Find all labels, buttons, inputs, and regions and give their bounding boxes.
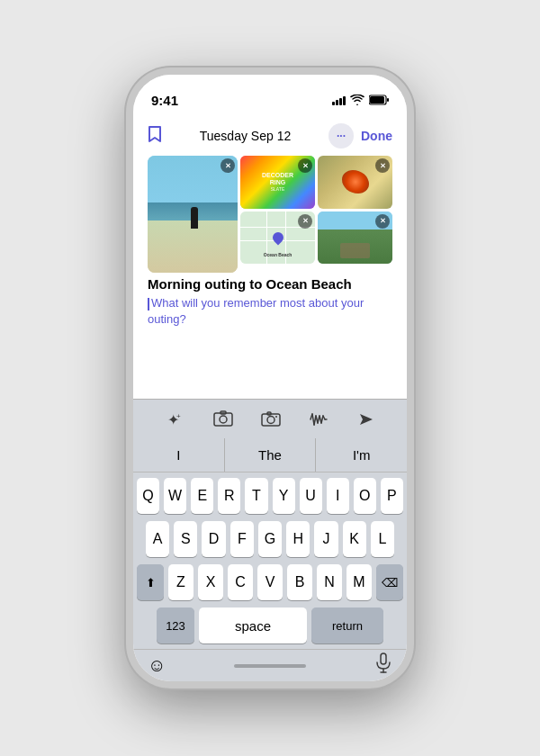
key-s[interactable]: S — [174, 521, 197, 557]
status-bar: 9:41 — [133, 75, 407, 114]
note-title: Morning outing to Ocean Beach — [133, 273, 407, 293]
map-label: Ocean Beach — [264, 252, 292, 257]
note-header: Tuesday Sep 12 ··· Done — [133, 114, 407, 156]
keyboard-row-3: ⬆ Z X C V B N M ⌫ — [137, 564, 403, 600]
keyboard-row-2: A S D F G H J K L — [137, 521, 403, 557]
magic-toolbar-button[interactable]: ✦ + — [166, 410, 185, 429]
note-body-space[interactable] — [133, 335, 407, 399]
space-button[interactable]: space — [199, 608, 307, 644]
bottom-bar: ☺ — [133, 649, 407, 681]
svg-rect-2 — [387, 98, 389, 102]
photos-grid: ✕ DECODERRING SLATE ✕ — [133, 156, 407, 273]
suggestions-row: I The I'm — [133, 438, 407, 472]
home-indicator — [234, 664, 306, 668]
svg-rect-1 — [370, 96, 384, 104]
header-date: Tuesday Sep 12 — [200, 129, 291, 143]
key-e[interactable]: E — [191, 478, 213, 514]
num-button[interactable]: 123 — [157, 608, 194, 644]
key-t[interactable]: T — [245, 478, 267, 514]
status-icons — [332, 94, 389, 105]
key-j[interactable]: J — [314, 521, 338, 557]
audio-toolbar-button[interactable] — [309, 410, 328, 428]
svg-point-6 — [220, 416, 227, 423]
key-f[interactable]: F — [230, 521, 254, 557]
suggestion-im[interactable]: I'm — [316, 438, 407, 472]
svg-rect-5 — [214, 413, 232, 426]
status-time: 9:41 — [151, 93, 178, 108]
mic-button[interactable] — [374, 652, 392, 679]
battery-icon — [369, 94, 389, 105]
key-l[interactable]: L — [371, 521, 394, 557]
keyboard-row-4: 123 space return — [137, 608, 403, 644]
text-cursor — [148, 298, 149, 310]
decoder-ring-photo[interactable]: DECODERRING SLATE ✕ — [240, 156, 315, 209]
key-c[interactable]: C — [228, 564, 253, 600]
photo-toolbar-button[interactable] — [213, 410, 233, 428]
svg-point-11 — [275, 416, 277, 418]
map-photo[interactable]: Ocean Beach ✕ — [240, 212, 315, 265]
key-z[interactable]: Z — [168, 564, 194, 600]
svg-rect-22 — [381, 653, 386, 664]
svg-line-18 — [321, 416, 323, 423]
wifi-icon — [350, 94, 364, 105]
emoji-button[interactable]: ☺ — [148, 655, 166, 676]
keyboard-row-1: Q W E R T Y U I O P — [137, 478, 403, 514]
key-v[interactable]: V — [257, 564, 283, 600]
key-i[interactable]: I — [327, 478, 349, 514]
svg-text:+: + — [176, 412, 181, 420]
key-u[interactable]: U — [300, 478, 322, 514]
done-button[interactable]: Done — [361, 129, 392, 143]
photo-remove-icon[interactable]: ✕ — [220, 158, 235, 173]
key-n[interactable]: N — [317, 564, 342, 600]
svg-point-9 — [267, 416, 274, 423]
signal-bar-4 — [343, 96, 346, 105]
key-k[interactable]: K — [343, 521, 366, 557]
key-h[interactable]: H — [286, 521, 310, 557]
photo-remove-icon[interactable]: ✕ — [298, 158, 312, 173]
key-q[interactable]: Q — [137, 478, 159, 514]
signal-bar-3 — [339, 98, 342, 105]
key-y[interactable]: Y — [273, 478, 295, 514]
key-a[interactable]: A — [146, 521, 169, 557]
signal-bar-2 — [336, 100, 338, 105]
key-d[interactable]: D — [202, 521, 225, 557]
key-p[interactable]: P — [381, 478, 403, 514]
return-button[interactable]: return — [311, 608, 383, 644]
key-b[interactable]: B — [287, 564, 312, 600]
key-r[interactable]: R — [218, 478, 240, 514]
photo-remove-icon[interactable]: ✕ — [298, 214, 312, 229]
camera-toolbar-button[interactable] — [261, 410, 281, 428]
key-w[interactable]: W — [164, 478, 186, 514]
suggestion-i[interactable]: I — [133, 438, 225, 472]
photo-remove-icon[interactable]: ✕ — [375, 214, 390, 229]
key-o[interactable]: O — [354, 478, 376, 514]
key-g[interactable]: G — [258, 521, 282, 557]
key-m[interactable]: M — [346, 564, 372, 600]
note-prompt[interactable]: What will you remember most about your o… — [133, 293, 407, 335]
more-button[interactable]: ··· — [328, 123, 354, 148]
nature-photo[interactable]: ✕ — [318, 212, 392, 265]
delete-button[interactable]: ⌫ — [376, 564, 403, 600]
photos-small-grid: DECODERRING SLATE ✕ ✕ — [240, 156, 392, 264]
bookmark-icon[interactable] — [148, 125, 162, 148]
surf-photo[interactable]: ✕ — [148, 156, 238, 273]
shell-photo[interactable]: ✕ — [318, 156, 392, 209]
header-actions: ··· Done — [328, 123, 392, 148]
shift-button[interactable]: ⬆ — [137, 564, 164, 600]
keyboard-toolbar: ✦ + — [133, 399, 407, 438]
suggestion-the[interactable]: The — [225, 438, 317, 472]
signal-bars-icon — [332, 95, 346, 105]
key-x[interactable]: X — [198, 564, 223, 600]
photo-remove-icon[interactable]: ✕ — [375, 158, 390, 173]
phone-frame: 9:41 — [126, 68, 414, 688]
keyboard: Q W E R T Y U I O P A S D F G H J K L ⬆ … — [133, 472, 407, 649]
note-container: Tuesday Sep 12 ··· Done ✕ — [133, 114, 407, 399]
signal-bar-1 — [332, 102, 335, 105]
send-toolbar-button[interactable] — [356, 410, 374, 428]
